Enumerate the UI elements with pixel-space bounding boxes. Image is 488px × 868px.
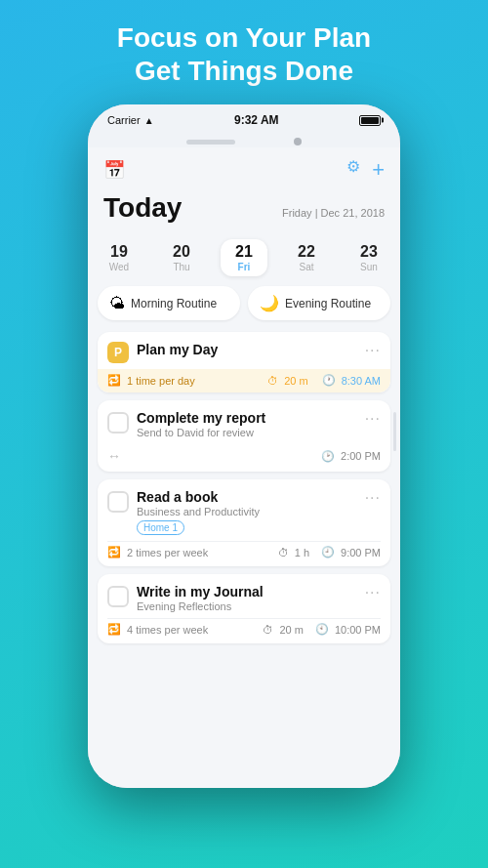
journal-time: 10:00 PM — [335, 624, 381, 636]
hero-line1: Focus on Your Plan — [117, 21, 371, 55]
task-journal: Write in my Journal Evening Reflections … — [98, 574, 390, 643]
task-book-title: Read a book — [137, 489, 357, 505]
plan-badge: P — [107, 342, 129, 363]
task-report-footer: ↔ 🕑 2:00 PM — [98, 444, 390, 472]
task-book-more[interactable]: ··· — [365, 489, 381, 507]
repeat-icon: 🔁 — [107, 374, 121, 387]
book-time: 9:00 PM — [341, 547, 381, 558]
evening-routine-label: Evening Routine — [285, 297, 371, 310]
plan-time-icon: 🕐 — [322, 374, 336, 387]
task-journal-footer: 🔁 4 times per week ⏱ 20 m 🕙 10:00 PM — [98, 619, 390, 643]
evening-routine-pill[interactable]: 🌙 Evening Routine — [248, 286, 390, 320]
battery-indicator — [359, 115, 381, 126]
status-bar: Carrier ▲ 9:32 AM — [88, 104, 400, 136]
book-time-icon: 🕘 — [321, 546, 335, 558]
task-plan-more[interactable]: ··· — [365, 342, 381, 359]
morning-routine-pill[interactable]: 🌤 Morning Routine — [98, 286, 240, 320]
morning-routine-label: Morning Routine — [131, 297, 217, 310]
cal-day-23[interactable]: 23 Sun — [346, 239, 392, 276]
tasks-list: P Plan my Day ··· 🔁 1 time per day ⏱ 20 … — [88, 332, 400, 643]
clock: 9:32 AM — [234, 113, 279, 127]
task-journal-title: Write in my Journal — [137, 584, 357, 599]
cal-day-21[interactable]: 21 Fri — [221, 239, 267, 276]
camera-dot — [294, 138, 302, 145]
book-repeat-text: 2 times per week — [127, 547, 208, 558]
task-plan-main: P Plan my Day ··· — [98, 332, 390, 369]
journal-time-icon: 🕙 — [315, 623, 329, 636]
task-journal-more[interactable]: ··· — [365, 584, 381, 601]
scroll-indicator — [393, 412, 396, 451]
task-book-info: Read a book Business and Productivity Ho… — [137, 489, 357, 535]
battery-icon — [359, 115, 381, 126]
plan-repeat-text: 1 time per day — [127, 375, 195, 387]
carrier-text: Carrier — [107, 114, 141, 126]
speaker-grille — [186, 140, 235, 145]
phone-speaker — [88, 136, 400, 147]
task-complete-report: Complete my report Send to David for rev… — [98, 400, 390, 472]
add-icon[interactable]: + — [372, 157, 385, 183]
task-report-checkbox[interactable] — [107, 412, 129, 434]
full-date: Friday | Dec 21, 2018 — [282, 207, 385, 219]
task-plan-footer: 🔁 1 time per day ⏱ 20 m 🕐 8:30 AM — [98, 369, 390, 393]
task-plan-my-day: P Plan my Day ··· 🔁 1 time per day ⏱ 20 … — [98, 332, 390, 393]
routine-row: 🌤 Morning Routine 🌙 Evening Routine — [88, 286, 400, 332]
task-journal-main: Write in my Journal Evening Reflections … — [98, 574, 390, 618]
filter-icon[interactable]: ⚙ — [346, 157, 360, 183]
carrier-label: Carrier ▲ — [107, 114, 154, 126]
task-book-subtitle: Business and Productivity — [137, 506, 357, 517]
task-report-subtitle: Send to David for review — [137, 427, 357, 438]
report-time: 2:00 PM — [341, 450, 381, 462]
task-book-checkbox[interactable] — [107, 491, 129, 513]
report-time-icon: 🕑 — [321, 450, 335, 463]
morning-routine-icon: 🌤 — [109, 295, 125, 312]
journal-repeat-icon: 🔁 — [107, 623, 121, 636]
journal-repeat-text: 4 times per week — [127, 624, 208, 636]
book-duration: 1 h — [295, 547, 309, 558]
task-book-footer: 🔁 2 times per week ⏱ 1 h 🕘 9:00 PM — [98, 542, 390, 566]
journal-duration-icon: ⏱ — [263, 624, 273, 636]
evening-routine-icon: 🌙 — [260, 294, 279, 312]
book-duration-icon: ⏱ — [278, 547, 289, 558]
cal-day-19[interactable]: 19 Wed — [96, 239, 142, 276]
wifi-icon: ▲ — [144, 115, 154, 126]
task-report-info: Complete my report Send to David for rev… — [137, 410, 357, 438]
cal-day-20[interactable]: 20 Thu — [158, 239, 205, 276]
task-book-tag: Home 1 — [137, 520, 184, 535]
task-journal-subtitle: Evening Reflections — [137, 600, 357, 612]
plan-duration: 20 m — [284, 375, 307, 387]
journal-duration: 20 m — [279, 624, 303, 636]
calendar-strip: 19 Wed 20 Thu 21 Fri 22 Sat 23 Sun — [88, 233, 400, 286]
plan-duration-icon: ⏱ — [267, 375, 278, 387]
task-report-more[interactable]: ··· — [365, 410, 381, 428]
nav-right-icons: ⚙ + — [346, 157, 385, 183]
date-header: Today Friday | Dec 21, 2018 — [88, 188, 400, 233]
task-journal-info: Write in my Journal Evening Reflections — [137, 584, 357, 612]
today-label: Today — [103, 192, 182, 224]
task-book-main: Read a book Business and Productivity Ho… — [98, 479, 390, 541]
phone-frame: Carrier ▲ 9:32 AM 📅 ⚙ + Today Frida — [88, 104, 400, 788]
task-report-main: Complete my report Send to David for rev… — [98, 400, 390, 444]
report-expand-icon: ↔ — [107, 448, 121, 464]
hero-heading: Focus on Your Plan Get Things Done — [117, 21, 371, 87]
task-report-title: Complete my report — [137, 410, 357, 426]
plan-time: 8:30 AM — [342, 375, 381, 387]
app-navbar: 📅 ⚙ + — [88, 147, 400, 188]
task-read-book: Read a book Business and Productivity Ho… — [98, 479, 390, 566]
calendar-icon[interactable]: 📅 — [103, 159, 125, 181]
task-plan-info: Plan my Day — [137, 342, 357, 357]
app-screen: 📅 ⚙ + Today Friday | Dec 21, 2018 19 Wed… — [88, 147, 400, 788]
hero-line2: Get Things Done — [117, 55, 371, 88]
cal-day-22[interactable]: 22 Sat — [283, 239, 330, 276]
task-plan-title: Plan my Day — [137, 342, 357, 357]
task-journal-checkbox[interactable] — [107, 586, 129, 607]
book-repeat-icon: 🔁 — [107, 546, 121, 558]
